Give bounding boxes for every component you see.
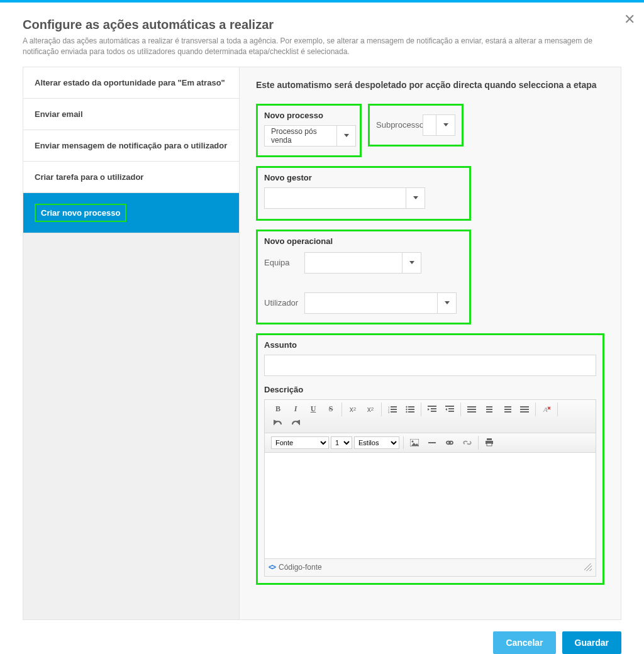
svg-marker-19 (445, 408, 447, 411)
svg-rect-8 (408, 411, 414, 413)
unlink-button[interactable] (460, 436, 474, 450)
chevron-down-icon[interactable] (437, 293, 456, 313)
novo-processo-select[interactable]: Processo pós venda (264, 125, 356, 147)
modal-subtitle: A alteração das ações automáticas a real… (23, 36, 621, 58)
section-novo-operacional: Novo operacional Equipa Utilizador (256, 230, 471, 324)
numbered-list-button[interactable]: 123 (386, 402, 399, 416)
undo-button[interactable] (271, 416, 285, 430)
close-icon[interactable]: ✕ (624, 13, 635, 26)
modal-header: Configure as ações automáticas a realiza… (0, 3, 644, 67)
styles-select[interactable]: Estilos (354, 436, 399, 449)
save-button[interactable]: Guardar (562, 631, 621, 654)
equipa-label: Equipa (264, 258, 299, 267)
align-right-button[interactable] (500, 402, 514, 416)
bullet-list-button[interactable] (403, 402, 417, 416)
section-assunto-descricao: Assunto Descrição B I U S x2 x2 (256, 333, 604, 585)
image-button[interactable] (408, 436, 421, 450)
svg-rect-26 (428, 442, 436, 443)
tab-label: Criar novo processo (35, 204, 126, 222)
align-left-button[interactable] (465, 402, 479, 416)
svg-rect-2 (391, 411, 397, 413)
tab-criar-tarefa[interactable]: Criar tarefa para o utilizador (23, 162, 239, 193)
tab-criar-processo[interactable]: Criar novo processo (23, 193, 239, 233)
redo-button[interactable] (289, 416, 303, 430)
link-button[interactable] (443, 436, 457, 450)
indent-button[interactable] (443, 402, 457, 416)
trigger-description: Este automatismo será despoletado por ac… (256, 80, 604, 90)
novo-processo-label: Novo processo (264, 111, 353, 120)
svg-rect-16 (445, 406, 454, 407)
tab-alterar-estado[interactable]: Alterar estado da oportunidade para "Em … (23, 67, 239, 99)
svg-rect-0 (391, 406, 397, 407)
print-button[interactable] (482, 436, 496, 450)
editor-textarea[interactable] (265, 453, 596, 558)
svg-rect-29 (487, 438, 492, 440)
svg-rect-6 (408, 406, 414, 407)
svg-rect-13 (431, 408, 436, 409)
align-center-button[interactable] (482, 402, 496, 416)
chevron-down-icon[interactable] (402, 253, 421, 273)
italic-button[interactable]: I (289, 402, 303, 416)
tabs-sidebar: Alterar estado da oportunidade para "Em … (23, 67, 240, 619)
editor-footer: <> Código-fonte (265, 558, 596, 576)
svg-marker-15 (428, 408, 430, 411)
svg-rect-1 (391, 409, 397, 410)
svg-rect-7 (408, 409, 414, 410)
bold-button[interactable]: B (271, 402, 285, 416)
rich-text-editor: B I U S x2 x2 123 (264, 399, 596, 577)
font-select[interactable]: Fonte (271, 436, 329, 449)
svg-rect-14 (431, 411, 436, 412)
modal-container: ✕ Configure as ações automáticas a reali… (0, 3, 644, 654)
chevron-down-icon[interactable] (406, 188, 425, 208)
equipa-select[interactable] (304, 252, 421, 274)
svg-text:A: A (543, 406, 548, 413)
section-novo-gestor: Novo gestor (256, 166, 471, 221)
align-justify-button[interactable] (518, 402, 531, 416)
strike-button[interactable]: S (324, 402, 338, 416)
equipa-value (305, 253, 402, 273)
assunto-input[interactable] (264, 355, 596, 376)
tab-content: Este automatismo será despoletado por ac… (240, 67, 621, 619)
code-icon: <> (269, 563, 275, 572)
svg-rect-31 (487, 443, 492, 446)
subprocesso-value (423, 115, 436, 135)
svg-point-24 (412, 440, 414, 442)
section-novo-processo: Novo processo Processo pós venda (256, 104, 362, 157)
superscript-button[interactable]: x2 (364, 402, 377, 416)
subscript-button[interactable]: x2 (346, 402, 360, 416)
svg-rect-18 (448, 411, 454, 412)
utilizador-label: Utilizador (264, 298, 299, 308)
source-code-label: Código-fonte (279, 563, 322, 572)
tab-enviar-email[interactable]: Enviar email (23, 99, 239, 130)
underline-button[interactable]: U (306, 402, 320, 416)
cancel-button[interactable]: Cancelar (493, 631, 555, 654)
novo-operacional-label: Novo operacional (264, 236, 463, 246)
editor-toolbar-1: B I U S x2 x2 123 (265, 400, 596, 433)
chevron-down-icon[interactable] (336, 126, 355, 146)
svg-rect-17 (448, 408, 454, 409)
svg-point-11 (406, 411, 407, 413)
utilizador-select[interactable] (304, 292, 457, 314)
svg-point-10 (406, 409, 407, 410)
svg-point-28 (449, 441, 453, 444)
utilizador-value (305, 293, 437, 313)
tab-enviar-notificacao[interactable]: Enviar mensagem de notificação para o ut… (23, 130, 239, 162)
tab-label: Alterar estado da oportunidade para "Em … (35, 78, 225, 87)
hr-button[interactable] (425, 436, 439, 450)
size-select[interactable]: 1 (331, 436, 352, 449)
svg-rect-12 (428, 406, 436, 407)
chevron-down-icon[interactable] (436, 115, 455, 135)
outdent-button[interactable] (425, 402, 439, 416)
subprocesso-label: Subprocesso: (376, 120, 419, 130)
resize-handle[interactable] (584, 563, 592, 571)
tab-label: Enviar email (35, 109, 83, 119)
remove-format-button[interactable]: A (540, 402, 553, 416)
source-code-button[interactable]: <> Código-fonte (269, 563, 322, 572)
tab-label: Criar tarefa para o utilizador (35, 172, 143, 182)
modal-title: Configure as ações automáticas a realiza… (23, 18, 621, 32)
svg-point-9 (406, 406, 407, 407)
novo-gestor-select[interactable] (264, 187, 425, 209)
subprocesso-select[interactable] (423, 114, 455, 136)
novo-gestor-label: Novo gestor (264, 173, 463, 182)
modal-body: Alterar estado da oportunidade para "Em … (23, 67, 621, 620)
